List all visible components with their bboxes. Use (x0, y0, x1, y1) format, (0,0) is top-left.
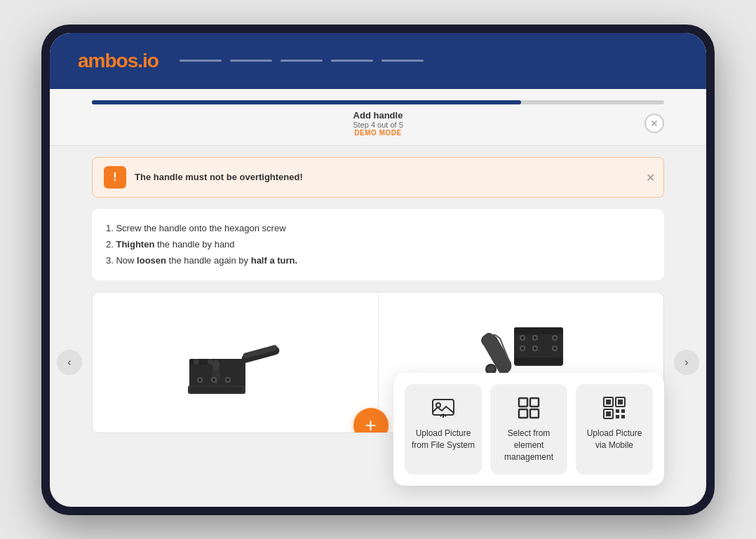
svg-point-11 (212, 378, 215, 381)
header-dash (331, 60, 373, 62)
svg-point-32 (487, 366, 494, 373)
svg-point-24 (534, 336, 536, 339)
svg-point-9 (198, 378, 201, 381)
header-dash (281, 60, 323, 62)
svg-rect-49 (621, 415, 625, 418)
step-title: Add handle (353, 110, 403, 121)
svg-rect-33 (433, 400, 454, 415)
image-panel-left: + (93, 292, 379, 432)
upload-mobile-button[interactable]: Upload Picture via Mobile (576, 384, 653, 474)
header-dash (230, 60, 272, 62)
svg-point-22 (521, 347, 524, 350)
header: ambos.io (50, 33, 706, 89)
select-element-button[interactable]: Select from element management (490, 384, 567, 474)
grid-icon (516, 395, 541, 421)
close-button[interactable]: ✕ (644, 114, 664, 133)
svg-point-28 (553, 336, 556, 339)
svg-rect-46 (616, 409, 619, 413)
warning-banner: ! The handle must not be overtightened! … (92, 157, 664, 198)
tablet-screen: ambos.io Add handle Step 4 out of 5 DEMO… (50, 33, 706, 507)
instruction-line-2: 2. Thighten the handle by hand (106, 236, 650, 252)
header-decoration (180, 60, 678, 62)
svg-point-26 (534, 347, 536, 350)
step-sub: Step 4 out of 5 (353, 121, 403, 129)
warning-text: The handle must not be overtightened! (135, 172, 303, 182)
nav-right-button[interactable]: › (674, 350, 699, 375)
svg-point-30 (553, 347, 556, 350)
svg-rect-17 (514, 327, 563, 334)
popup-menu: Upload Picture from File System Select f… (393, 373, 664, 485)
svg-rect-41 (606, 400, 611, 404)
header-dash (382, 60, 424, 62)
progress-bar-track (92, 100, 664, 104)
select-element-label: Select from element management (497, 428, 560, 463)
progress-area: Add handle Step 4 out of 5 DEMO MODE ✕ (50, 89, 706, 146)
svg-rect-36 (519, 398, 527, 407)
hinge-image (175, 320, 295, 404)
instructions-panel: 1. Screw the handle onto the hexagon scr… (92, 209, 664, 280)
instruction-line-1: 1. Screw the handle onto the hexagon scr… (106, 220, 650, 236)
svg-point-2 (194, 359, 199, 364)
header-dash (180, 60, 222, 62)
app-logo: ambos.io (78, 50, 158, 72)
svg-point-3 (208, 359, 213, 364)
svg-point-34 (436, 403, 440, 407)
upload-file-label: Upload Picture from File System (412, 428, 475, 451)
svg-rect-39 (530, 409, 539, 418)
progress-info: Add handle Step 4 out of 5 DEMO MODE ✕ (92, 110, 664, 137)
progress-bar-fill (92, 100, 521, 104)
svg-rect-38 (519, 409, 527, 418)
svg-rect-47 (621, 409, 625, 413)
warning-close-button[interactable]: ✕ (646, 170, 655, 184)
instruction-line-3: 3. Now loosen the handle again by half a… (106, 252, 650, 268)
progress-text: Add handle Step 4 out of 5 DEMO MODE (353, 110, 403, 137)
svg-point-20 (521, 336, 524, 339)
image-upload-icon (431, 395, 456, 421)
demo-mode-badge: DEMO MODE (353, 129, 403, 137)
svg-rect-15 (191, 387, 243, 393)
nav-left-button[interactable]: ‹ (57, 350, 82, 375)
svg-rect-37 (530, 398, 539, 407)
svg-point-13 (227, 378, 229, 381)
svg-point-5 (212, 360, 220, 371)
upload-file-button[interactable]: Upload Picture from File System (405, 384, 482, 474)
qr-code-icon (602, 395, 627, 421)
svg-rect-18 (514, 357, 563, 364)
warning-icon: ! (104, 166, 126, 189)
svg-rect-43 (618, 400, 623, 404)
upload-mobile-label: Upload Picture via Mobile (583, 428, 646, 451)
tablet-frame: ambos.io Add handle Step 4 out of 5 DEMO… (41, 25, 715, 515)
svg-rect-45 (606, 411, 611, 416)
svg-rect-48 (616, 415, 619, 418)
